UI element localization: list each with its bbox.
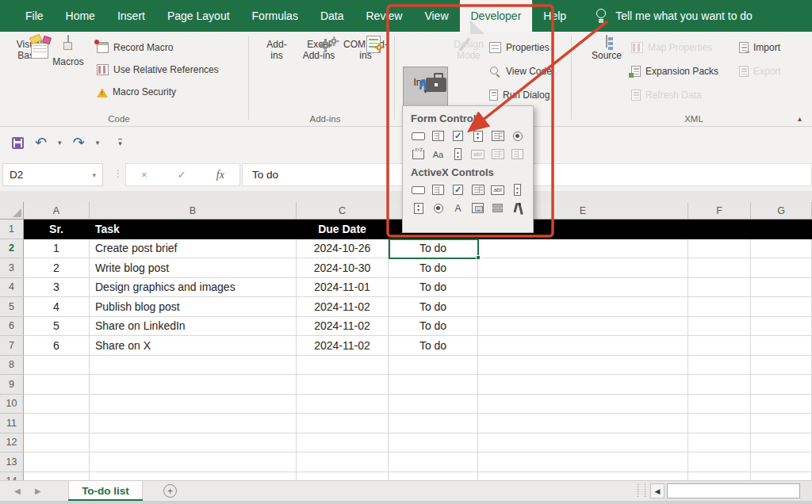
cell-F8[interactable] [688, 356, 751, 376]
row-header-6[interactable]: 6 [0, 317, 24, 337]
cell-A5[interactable]: 4 [24, 297, 90, 317]
cell-B14[interactable] [90, 472, 297, 481]
cell-D6[interactable]: To do [389, 317, 478, 337]
cell-B6[interactable]: Share on LinkedIn [90, 317, 297, 337]
cell-E2[interactable] [478, 239, 688, 259]
cell-D5[interactable]: To do [389, 297, 478, 317]
tab-home[interactable]: Home [55, 0, 106, 32]
tab-scroll-splitter[interactable]: ⋮⋮⋮⋮ [634, 483, 649, 498]
tab-view[interactable]: View [413, 0, 459, 32]
form-control-group-box-icon[interactable] [408, 146, 428, 163]
column-header-G[interactable]: G [751, 202, 812, 220]
tab-file[interactable]: File [14, 0, 55, 32]
cell-E4[interactable] [478, 278, 688, 298]
customize-quick-access-icon[interactable]: ▾ [114, 132, 126, 153]
cell-A9[interactable] [24, 375, 90, 395]
cell-B5[interactable]: Publish blog post [90, 297, 297, 317]
activex-spin-button-icon[interactable]: ▴▾ [408, 200, 428, 217]
save-button[interactable] [8, 132, 28, 153]
cell-G3[interactable] [751, 258, 812, 278]
cell-G2[interactable] [751, 239, 812, 259]
cell-C11[interactable] [297, 414, 389, 433]
macros-button[interactable]: Macros [49, 36, 87, 68]
cell-E9[interactable] [478, 375, 688, 395]
sheet-nav-next-icon[interactable]: ▶ [35, 487, 41, 495]
cell-G10[interactable] [751, 395, 812, 414]
row-header-4[interactable]: 4 [0, 278, 24, 298]
cell-G9[interactable] [751, 375, 812, 395]
activex-check-box-icon[interactable]: ✓ [448, 181, 468, 199]
cell-E13[interactable] [478, 452, 688, 472]
cell-C14[interactable] [297, 472, 389, 481]
cell-A12[interactable] [24, 433, 90, 453]
tab-review[interactable]: Review [355, 0, 414, 32]
use-relative-references-button[interactable]: Use Relative References [97, 62, 219, 78]
cell-E12[interactable] [478, 433, 688, 453]
collapse-ribbon-icon[interactable]: ▴ [798, 114, 802, 123]
cell-B9[interactable] [90, 375, 297, 395]
column-header-B[interactable]: B [90, 202, 297, 220]
record-macro-button[interactable]: Record Macro [97, 40, 173, 55]
cancel-icon[interactable]: × [141, 169, 147, 181]
cell-G14[interactable] [751, 472, 812, 481]
com-add-ins-button[interactable]: COM Add-ins [343, 36, 389, 62]
cell-D10[interactable] [389, 395, 478, 414]
properties-button[interactable]: Properties [489, 40, 550, 55]
cell-G13[interactable] [751, 452, 812, 472]
tell-me-box[interactable]: Tell me what you want to do [595, 0, 753, 32]
activex-scroll-bar-icon[interactable]: ▴▾ [508, 181, 527, 199]
row-header-9[interactable]: 9 [0, 375, 24, 395]
cell-D13[interactable] [389, 452, 478, 472]
cell-E11[interactable] [478, 414, 688, 433]
activex-option-button-icon[interactable] [428, 200, 448, 217]
view-code-button[interactable]: View Code [489, 63, 552, 79]
cell-A6[interactable]: 5 [24, 317, 90, 337]
cell-B13[interactable] [90, 452, 297, 472]
visual-basic-button[interactable]: Visual Basic [11, 36, 48, 62]
activex-command-button-icon[interactable] [408, 181, 428, 199]
activex-toggle-button-icon[interactable] [488, 200, 508, 217]
cell-A10[interactable] [24, 395, 90, 414]
cell-D4[interactable]: To do [389, 278, 478, 298]
row-header-2[interactable]: 2 [0, 239, 24, 259]
activex-image-icon[interactable] [468, 200, 488, 217]
tab-page-layout[interactable]: Page Layout [156, 0, 241, 32]
cell-C8[interactable] [297, 356, 389, 376]
add-ins-button[interactable]: Add-ins [262, 36, 292, 62]
cell-E14[interactable] [478, 472, 688, 481]
row-header-10[interactable]: 10 [0, 395, 24, 414]
cell-A2[interactable]: 1 [24, 239, 90, 259]
cell-E6[interactable] [478, 317, 688, 337]
row-header-12[interactable]: 12 [0, 433, 24, 453]
macro-security-button[interactable]: Macro Security [97, 84, 176, 100]
cell-F4[interactable] [688, 278, 751, 298]
cell-G4[interactable] [751, 278, 812, 298]
form-control-button-icon[interactable] [408, 128, 428, 145]
cell-D9[interactable] [389, 375, 478, 395]
cell-G12[interactable] [751, 433, 812, 453]
row-header-5[interactable]: 5 [0, 297, 24, 317]
run-dialog-button[interactable]: Run Dialog [489, 87, 550, 103]
sheet-nav-prev-icon[interactable]: ◀ [14, 487, 21, 495]
redo-button[interactable]: ↷ [69, 132, 89, 153]
name-box[interactable]: D2 ▾ [2, 163, 103, 186]
undo-dropdown-icon[interactable]: ▾ [54, 132, 66, 153]
cell-F13[interactable] [688, 452, 751, 472]
cell-B8[interactable] [90, 356, 297, 376]
expansion-packs-button[interactable]: Expansion Packs [631, 63, 718, 79]
cell-C6[interactable]: 2024-11-02 [297, 317, 389, 337]
sheet-tab-todo-list[interactable]: To-do list [68, 481, 143, 501]
cell-G1[interactable] [751, 220, 812, 239]
form-control-label-icon[interactable]: Aa [428, 146, 448, 163]
excel-add-ins-button[interactable]: Excel Add-ins [297, 36, 341, 62]
select-all-corner[interactable] [0, 202, 24, 220]
row-header-1[interactable]: 1 [0, 220, 24, 239]
cell-F12[interactable] [688, 433, 751, 453]
cell-E10[interactable] [478, 395, 688, 414]
cell-F11[interactable] [688, 414, 751, 433]
fill-handle[interactable] [476, 255, 481, 260]
cell-D12[interactable] [389, 433, 478, 453]
column-header-C[interactable]: C [297, 202, 389, 220]
cell-B7[interactable]: Share on X [90, 336, 297, 356]
cell-C5[interactable]: 2024-11-02 [297, 297, 389, 317]
